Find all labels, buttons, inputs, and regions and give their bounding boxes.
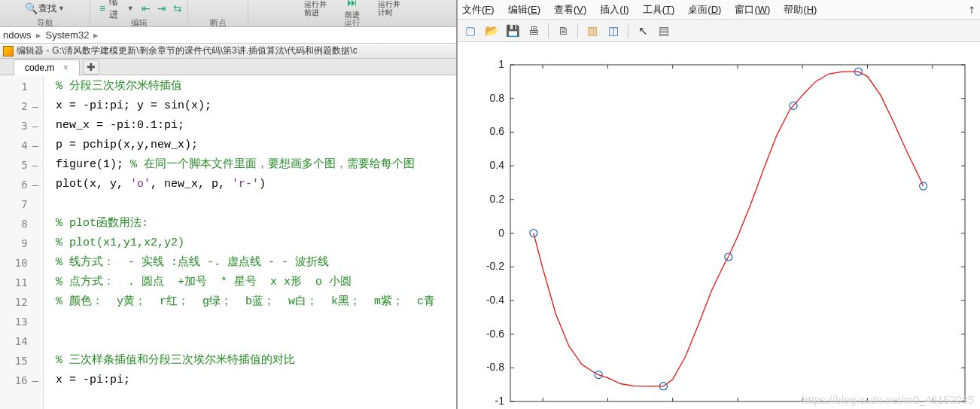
- gutter-line: 11: [0, 273, 43, 292]
- find-label: 查找: [38, 2, 56, 15]
- code-line[interactable]: figure(1); % 在同一个脚本文件里面，要想画多个图，需要给每个图: [56, 155, 456, 175]
- toolgroup-breakpoint: 断点: [188, 0, 248, 27]
- chevron-down-icon: ▼: [58, 5, 65, 12]
- gutter-line: 4—: [0, 136, 43, 155]
- watermark: https://blog.csdn.net/m0_46152035: [802, 394, 974, 406]
- indent-icon: ≡: [97, 2, 108, 14]
- gutter-line: 13: [0, 312, 43, 331]
- tab-label: code.m: [25, 63, 54, 73]
- code-line[interactable]: % 颜色： y黄； r红； g绿； b蓝； w白； k黑； m紫； c青: [56, 292, 456, 312]
- print-preview-icon[interactable]: 🗎: [555, 23, 571, 39]
- tab-code[interactable]: code.m ×: [14, 60, 80, 75]
- gutter-line: 1: [0, 77, 43, 96]
- menu-h[interactable]: 帮助(H): [784, 3, 817, 17]
- code-line[interactable]: % plot函数用法:: [56, 214, 456, 233]
- code-line[interactable]: [56, 312, 456, 331]
- code-line[interactable]: x = -pi:pi;: [56, 371, 456, 390]
- code-line[interactable]: x = -pi:pi; y = sin(x);: [56, 96, 456, 116]
- insert-icon[interactable]: ▤: [656, 23, 672, 39]
- ytick-label: 1: [498, 58, 504, 70]
- gutter-line: 7: [0, 194, 43, 214]
- code-text[interactable]: % 分段三次埃尔米特插值x = -pi:pi; y = sin(x);new_x…: [44, 75, 456, 409]
- pchip-line: [534, 72, 924, 386]
- menu-w[interactable]: 窗口(W): [735, 3, 770, 17]
- advance-icon: ⏭: [346, 0, 358, 8]
- menu-v[interactable]: 查看(V): [554, 3, 586, 17]
- run-advance-button[interactable]: 运行并前进: [302, 0, 329, 17]
- breadcrumb-item[interactable]: System32: [46, 29, 90, 41]
- close-icon[interactable]: ×: [63, 63, 68, 73]
- link-icon[interactable]: ▥: [584, 23, 601, 39]
- outdent-icon[interactable]: ⇤: [141, 2, 152, 14]
- new-tab-button[interactable]: ✚: [83, 60, 99, 75]
- menu-d[interactable]: 桌面(D): [688, 3, 721, 17]
- figure-canvas[interactable]: -1-0.8-0.6-0.4-0.200.20.40.60.81 https:/…: [458, 42, 980, 409]
- find-button[interactable]: 🔍 查找 ▼: [23, 2, 67, 16]
- toolgroup-edit: ≡ 缩进 ▼ ⇤ ⇥ ⇆ 编辑: [90, 0, 188, 27]
- toolbar-separator: [628, 23, 628, 38]
- toolgroup-run-label: 运行: [344, 18, 361, 27]
- toolstrip: 🔍 查找 ▼ 导航 ≡ 缩进 ▼ ⇤ ⇥ ⇆ 编辑: [0, 0, 456, 27]
- figure-toolbar: ▢📂💾🖶🗎▥◫↖▤: [458, 20, 980, 42]
- tab-row: code.m × ✚: [0, 59, 456, 75]
- indent-label: 缩进: [109, 0, 126, 21]
- tile-icon[interactable]: ◫: [605, 23, 622, 39]
- search-icon: 🔍: [25, 2, 37, 14]
- gutter-line: 12: [0, 292, 43, 312]
- editor-icon: [3, 46, 14, 56]
- ytick-label: 0.8: [490, 92, 505, 104]
- breadcrumb-sep-icon: ▸: [93, 29, 99, 41]
- code-line[interactable]: % 分段三次埃尔米特插值: [56, 77, 456, 96]
- code-line[interactable]: % 点方式： . 圆点 +加号 * 星号 x x形 o 小圆: [56, 273, 456, 292]
- ytick-label: 0.2: [490, 193, 505, 205]
- figure-window: 文件(F)编辑(E)查看(V)插入(I)工具(T)桌面(D)窗口(W)帮助(H)…: [458, 0, 980, 409]
- line-gutter: 1 2—3—4—5—6—7 8 9 10 11 12 13 14 15 16—: [0, 75, 44, 409]
- ytick-label: 0.4: [490, 159, 505, 171]
- code-line[interactable]: new_x = -pi:0.1:pi;: [56, 116, 456, 136]
- gutter-line: 5—: [0, 155, 43, 175]
- ytick-label: 0: [498, 227, 504, 239]
- axes-box: [510, 65, 965, 401]
- editor-pane: 🔍 查找 ▼ 导航 ≡ 缩进 ▼ ⇤ ⇥ ⇆ 编辑: [0, 0, 458, 409]
- code-editor[interactable]: 1 2—3—4—5—6—7 8 9 10 11 12 13 14 15 16— …: [0, 75, 456, 409]
- ytick-label: -0.4: [486, 294, 504, 306]
- toolbar-separator: [577, 23, 578, 38]
- indent-right-icon[interactable]: ⇥: [157, 2, 168, 14]
- smart-indent-icon[interactable]: ⇆: [172, 2, 183, 14]
- menu-t[interactable]: 工具(T): [643, 3, 675, 17]
- save-icon[interactable]: 💾: [504, 23, 521, 39]
- code-line[interactable]: [56, 331, 456, 351]
- undock-icon[interactable]: ↗: [964, 2, 978, 16]
- toolgroup-run: 运行并前进 ⏭ 前进 运行并计时 运行: [248, 0, 456, 27]
- ytick-label: -0.2: [486, 260, 504, 272]
- editor-title-prefix: 编辑器 -: [17, 44, 49, 57]
- run-time-button[interactable]: 运行并计时: [376, 0, 403, 17]
- toolgroup-nav: 🔍 查找 ▼ 导航: [0, 0, 90, 27]
- toolgroup-breakpoint-label: 断点: [210, 18, 227, 27]
- ytick-label: 0.6: [490, 125, 505, 137]
- gutter-line: 15: [0, 351, 43, 371]
- gutter-line: 3—: [0, 116, 43, 136]
- menu-i[interactable]: 插入(I): [600, 3, 628, 17]
- code-line[interactable]: plot(x, y, 'o', new_x, p, 'r-'): [56, 175, 456, 194]
- code-line[interactable]: % plot(x1,y1,x2,y2): [56, 233, 456, 253]
- menu-f[interactable]: 文件(F): [462, 3, 495, 17]
- gutter-line: 9: [0, 233, 43, 253]
- toolgroup-edit-label: 编辑: [131, 18, 148, 27]
- new-figure-icon[interactable]: ▢: [462, 23, 479, 39]
- code-line[interactable]: % 线方式： - 实线 :点线 -. 虚点线 - - 波折线: [56, 253, 456, 273]
- gutter-line: 2—: [0, 96, 43, 116]
- pointer-icon[interactable]: ↖: [635, 23, 651, 39]
- code-line[interactable]: [56, 194, 456, 214]
- code-line[interactable]: p = pchip(x,y,new_x);: [56, 136, 456, 155]
- code-line[interactable]: % 三次样条插值和分段三次埃尔米特插值的对比: [56, 351, 456, 371]
- breadcrumb-item[interactable]: ndows: [3, 29, 32, 41]
- toolbar-separator: [548, 23, 549, 38]
- gutter-line: 10: [0, 253, 43, 273]
- print-icon[interactable]: 🖶: [525, 23, 542, 39]
- toolgroup-nav-label: 导航: [37, 18, 53, 27]
- breadcrumb[interactable]: ndows ▸ System32 ▸: [0, 27, 456, 44]
- run-advance-label: 运行并前进: [304, 0, 327, 17]
- open-icon[interactable]: 📂: [483, 23, 500, 39]
- menu-e[interactable]: 编辑(E): [508, 3, 540, 17]
